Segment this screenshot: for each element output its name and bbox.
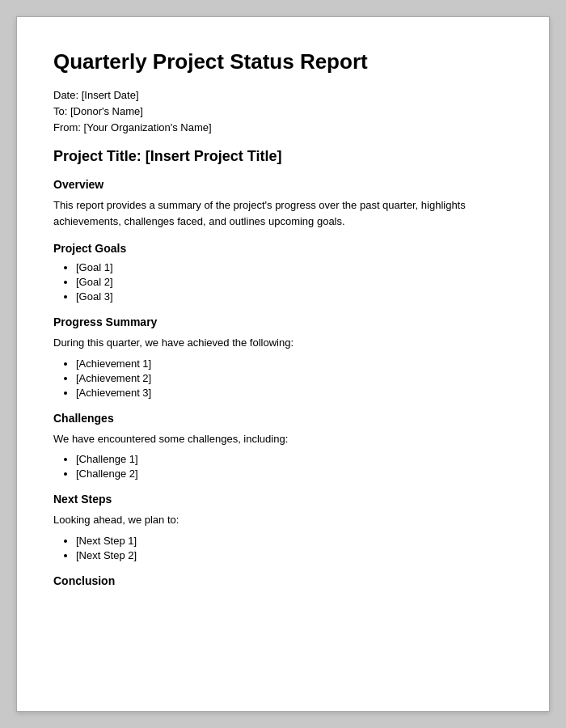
progress-summary-intro: During this quarter, we have achieved th…	[53, 335, 513, 351]
list-item: [Achievement 1]	[76, 358, 513, 370]
project-goals-heading: Project Goals	[53, 242, 513, 255]
project-goals-section: Project Goals [Goal 1] [Goal 2] [Goal 3]	[53, 242, 513, 303]
overview-heading: Overview	[53, 178, 513, 191]
progress-summary-heading: Progress Summary	[53, 315, 513, 328]
list-item: [Goal 1]	[76, 261, 513, 273]
overview-section: Overview This report provides a summary …	[53, 178, 513, 229]
to-line: To: [Donor's Name]	[53, 105, 513, 117]
challenges-section: Challenges We have encountered some chal…	[53, 412, 513, 480]
challenges-list: [Challenge 1] [Challenge 2]	[76, 453, 513, 480]
next-steps-section: Next Steps Looking ahead, we plan to: [N…	[53, 493, 513, 561]
list-item: [Goal 2]	[76, 276, 513, 288]
overview-body: This report provides a summary of the pr…	[53, 197, 513, 229]
challenges-intro: We have encountered some challenges, inc…	[53, 431, 513, 447]
report-page: Quarterly Project Status Report Date: [I…	[16, 16, 550, 712]
list-item: [Goal 3]	[76, 290, 513, 303]
list-item: [Achievement 2]	[76, 372, 513, 384]
conclusion-heading: Conclusion	[53, 574, 513, 587]
list-item: [Next Step 1]	[76, 535, 513, 547]
progress-summary-section: Progress Summary During this quarter, we…	[53, 315, 513, 399]
list-item: [Challenge 2]	[76, 468, 513, 480]
from-line: From: [Your Organization's Name]	[53, 121, 513, 133]
report-title: Quarterly Project Status Report	[53, 49, 513, 74]
progress-summary-list: [Achievement 1] [Achievement 2] [Achieve…	[76, 358, 513, 399]
next-steps-list: [Next Step 1] [Next Step 2]	[76, 535, 513, 561]
challenges-heading: Challenges	[53, 412, 513, 425]
next-steps-intro: Looking ahead, we plan to:	[53, 512, 513, 528]
list-item: [Next Step 2]	[76, 549, 513, 561]
next-steps-heading: Next Steps	[53, 493, 513, 506]
list-item: [Challenge 1]	[76, 453, 513, 465]
date-line: Date: [Insert Date]	[53, 89, 513, 101]
list-item: [Achievement 3]	[76, 387, 513, 399]
project-goals-list: [Goal 1] [Goal 2] [Goal 3]	[76, 261, 513, 303]
conclusion-section: Conclusion	[53, 574, 513, 587]
project-title: Project Title: [Insert Project Title]	[53, 148, 513, 165]
